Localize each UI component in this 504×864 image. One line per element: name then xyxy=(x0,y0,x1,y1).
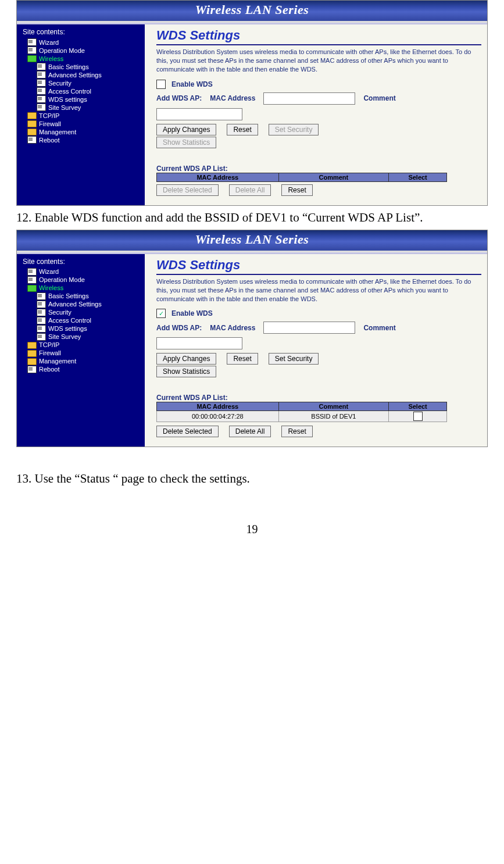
page-icon xyxy=(37,103,46,111)
delete-all-button[interactable]: Delete All xyxy=(229,184,271,196)
page-icon xyxy=(37,317,46,324)
sidebar-item-label: TCP/IP xyxy=(39,341,59,348)
ap-list-table: MAC Address Comment Select xyxy=(156,173,447,182)
show-stats-button[interactable]: Show Statistics xyxy=(156,366,216,377)
sidebar-item-site-survey[interactable]: Site Survey xyxy=(19,333,142,341)
folder-icon xyxy=(27,128,37,135)
sidebar-item-label: Site Survey xyxy=(48,104,81,111)
th-select: Select xyxy=(389,173,447,181)
sidebar-item-access-control[interactable]: Access Control xyxy=(19,87,142,95)
page-icon xyxy=(37,87,46,95)
sidebar-item-label: TCP/IP xyxy=(39,112,59,119)
sidebar-item-label: Operation Mode xyxy=(39,276,85,283)
sidebar-item-firewall[interactable]: Firewall xyxy=(19,349,142,358)
sidebar-item-operation-mode[interactable]: Operation Mode xyxy=(19,276,142,284)
sidebar-item-basic-settings[interactable]: Basic Settings xyxy=(19,292,142,301)
cell-comment: BSSID of DEV1 xyxy=(278,411,389,422)
sidebar-item-wireless[interactable]: Wireless xyxy=(19,284,142,292)
comment-input[interactable] xyxy=(156,337,242,349)
sidebar-item-label: WDS settings xyxy=(48,325,87,332)
sidebar-item-wireless[interactable]: Wireless xyxy=(19,55,142,63)
mac-input[interactable] xyxy=(263,92,355,105)
page-heading: WDS Settings xyxy=(156,28,481,43)
sidebar-item-advanced-settings[interactable]: Advanced Settings xyxy=(19,301,142,309)
sidebar-item-label: Security xyxy=(48,309,72,316)
sidebar-item-reboot[interactable]: Reboot xyxy=(19,366,142,374)
sidebar-item-label: Basic Settings xyxy=(48,292,89,299)
set-security-button[interactable]: Set Security xyxy=(269,124,319,135)
sidebar-item-wizard[interactable]: Wizard xyxy=(19,268,142,276)
sidebar-item-label: Wireless xyxy=(39,55,63,62)
ap-list-table: MAC Address Comment Select 00:00:00:04:2… xyxy=(156,402,447,422)
sidebar-item-reboot[interactable]: Reboot xyxy=(19,136,142,144)
set-security-button[interactable]: Set Security xyxy=(269,353,319,365)
sidebar-item-site-survey[interactable]: Site Survey xyxy=(19,103,142,112)
sidebar-item-firewall[interactable]: Firewall xyxy=(19,120,142,128)
page-icon xyxy=(27,47,37,54)
reset-list-button[interactable]: Reset xyxy=(281,426,312,437)
sidebar-item-management[interactable]: Management xyxy=(19,358,142,366)
sidebar-item-label: Firewall xyxy=(39,120,61,127)
mac-label: MAC Address xyxy=(210,94,255,102)
delete-selected-button[interactable]: Delete Selected xyxy=(156,184,219,196)
page-description: Wireless Distribution System uses wirele… xyxy=(156,48,476,74)
content-pane: WDS Settings Wireless Distribution Syste… xyxy=(145,254,487,447)
sidebar-item-wds-settings[interactable]: WDS settings xyxy=(19,325,142,333)
comment-input[interactable] xyxy=(156,108,242,120)
page-number: 19 xyxy=(16,523,488,536)
app-banner: Wireless LAN Series xyxy=(17,1,487,23)
sidebar-item-access-control[interactable]: Access Control xyxy=(19,317,142,325)
delete-selected-button[interactable]: Delete Selected xyxy=(156,426,219,437)
page-icon xyxy=(37,95,46,103)
folder-open-icon xyxy=(27,285,37,292)
cell-select xyxy=(389,411,447,422)
apply-button[interactable]: Apply Changes xyxy=(156,124,216,135)
page-icon xyxy=(37,301,46,308)
sidebar-item-label: Wizard xyxy=(39,39,59,46)
add-wds-label: Add WDS AP: xyxy=(156,324,202,332)
sidebar-item-security[interactable]: Security xyxy=(19,309,142,317)
row-select-checkbox[interactable] xyxy=(413,412,423,421)
apply-button[interactable]: Apply Changes xyxy=(156,353,216,365)
sidebar-item-basic-settings[interactable]: Basic Settings xyxy=(19,63,142,71)
enable-wds-checkbox[interactable]: ✓ xyxy=(156,309,166,318)
th-comment: Comment xyxy=(278,402,389,411)
sidebar-item-label: Wizard xyxy=(39,268,59,275)
page-icon xyxy=(37,292,46,300)
page-icon xyxy=(27,268,37,276)
sidebar-item-label: Advanced Settings xyxy=(48,301,102,308)
sidebar-item-tcp-ip[interactable]: TCP/IP xyxy=(19,341,142,349)
reset-list-button[interactable]: Reset xyxy=(281,184,312,196)
enable-wds-checkbox[interactable] xyxy=(156,80,166,89)
folder-icon xyxy=(27,342,37,349)
sidebar-item-label: Security xyxy=(48,80,72,87)
app-banner: Wireless LAN Series xyxy=(17,230,487,252)
screenshot-2: Wireless LAN Series Site contents: Wizar… xyxy=(16,230,488,448)
sidebar-item-wizard[interactable]: Wizard xyxy=(19,38,142,47)
page-icon xyxy=(27,276,37,284)
sidebar-item-operation-mode[interactable]: Operation Mode xyxy=(19,47,142,55)
sidebar-item-label: WDS settings xyxy=(48,96,87,103)
sidebar: Site contents: WizardOperation ModeWirel… xyxy=(17,24,145,205)
delete-all-button[interactable]: Delete All xyxy=(229,426,271,437)
sidebar-item-management[interactable]: Management xyxy=(19,128,142,136)
reset-button[interactable]: Reset xyxy=(227,124,258,135)
mac-input[interactable] xyxy=(263,322,355,334)
page-icon xyxy=(37,309,46,316)
sidebar-item-label: Wireless xyxy=(39,284,63,291)
enable-wds-label: Enable WDS xyxy=(171,80,213,88)
sidebar-item-advanced-settings[interactable]: Advanced Settings xyxy=(19,71,142,79)
sidebar-item-label: Reboot xyxy=(39,137,59,144)
enable-wds-label: Enable WDS xyxy=(171,309,213,317)
sidebar-item-tcp-ip[interactable]: TCP/IP xyxy=(19,112,142,120)
sidebar-item-wds-settings[interactable]: WDS settings xyxy=(19,95,142,103)
reset-button[interactable]: Reset xyxy=(227,353,258,365)
sidebar-item-security[interactable]: Security xyxy=(19,79,142,87)
show-stats-button[interactable]: Show Statistics xyxy=(156,137,216,148)
sidebar-title: Site contents: xyxy=(23,258,142,266)
sidebar-item-label: Access Control xyxy=(48,317,91,324)
page-icon xyxy=(27,366,37,373)
sidebar-title: Site contents: xyxy=(23,28,142,36)
th-mac: MAC Address xyxy=(157,402,279,411)
page-heading: WDS Settings xyxy=(156,258,481,273)
